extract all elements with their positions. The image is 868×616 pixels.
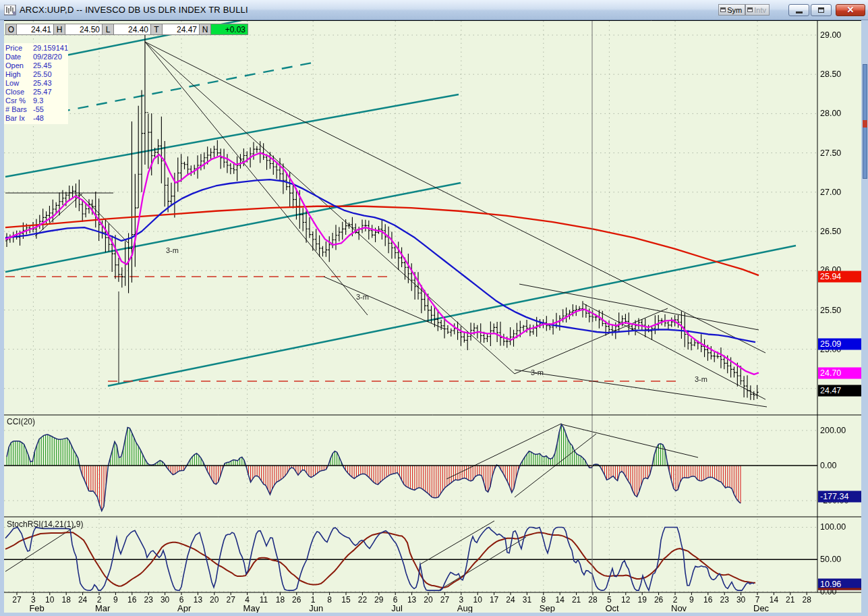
- cursor-info-box: Price29.159141Date09/28/20Open25.45High2…: [4, 43, 68, 124]
- x-tick-label: 10: [473, 595, 482, 605]
- stochrsi-value-tag: 10.96: [818, 579, 863, 590]
- quote-field-value: 24.47: [163, 24, 200, 35]
- x-month-label: Dec: [753, 603, 769, 613]
- intv-icon: [747, 7, 753, 12]
- price-axis-label: 28.50: [820, 69, 841, 79]
- x-month-label: Feb: [29, 603, 44, 613]
- price-tag-24.70: 24.70: [818, 368, 863, 379]
- quote-field-value: +0.03: [211, 24, 248, 35]
- x-tick-label: 20: [424, 595, 432, 605]
- info-row: Low25.43: [5, 79, 68, 88]
- quote-field-label: O: [5, 24, 17, 35]
- price-tag-25.94: 25.94: [818, 271, 863, 283]
- x-tick-label: 23: [144, 595, 153, 605]
- x-tick-label: 30: [736, 595, 745, 605]
- x-month-label: Oct: [605, 603, 618, 613]
- info-row: # Bars-55: [5, 105, 68, 114]
- info-row: High25.50: [5, 70, 68, 79]
- sym-button[interactable]: Sym: [718, 4, 745, 16]
- x-tick-label: 27: [440, 595, 449, 605]
- x-tick-label: 26: [292, 595, 301, 605]
- right-scrollbar-marker: [863, 120, 867, 128]
- quote-field-value: 24.40: [114, 24, 151, 35]
- x-month-label: Jul: [391, 603, 403, 613]
- sym-icon: [720, 7, 726, 12]
- restore-icon: [818, 7, 824, 13]
- x-tick-label: 23: [720, 595, 729, 605]
- price-axis-label: 26.50: [820, 227, 841, 236]
- x-tick-label: 16: [703, 595, 712, 605]
- x-tick-label: 14: [556, 595, 565, 605]
- three-month-annotation: 3-m: [166, 246, 179, 254]
- info-row: Bar Ix-48: [5, 114, 68, 123]
- window-border-left: [0, 20, 4, 616]
- x-tick-label: 13: [407, 595, 416, 605]
- x-tick-label: 24: [506, 595, 515, 605]
- cci-value-tag: -177.34: [818, 491, 863, 503]
- x-tick-label: 8: [327, 595, 332, 605]
- quote-field-label: L: [103, 24, 114, 35]
- x-month-label: Apr: [177, 603, 191, 613]
- x-tick-label: 21: [786, 595, 794, 605]
- restore-button[interactable]: [811, 4, 832, 16]
- three-month-annotation: 3-m: [695, 375, 707, 383]
- x-month-label: Aug: [457, 603, 473, 613]
- info-row: Open25.45: [5, 61, 68, 70]
- info-row: Date09/28/20: [5, 53, 68, 61]
- x-month-label: Mar: [95, 603, 110, 613]
- quote-bar: O24.41H24.50L24.40T24.47N+0.03: [5, 24, 248, 35]
- intv-button[interactable]: Intv: [745, 4, 770, 16]
- stochrsi-axis-label: 50.00: [820, 555, 841, 564]
- three-month-annotation: 3-m: [531, 368, 544, 376]
- x-tick-label: 22: [358, 595, 367, 605]
- x-tick-label: 28: [803, 595, 811, 605]
- cci-panel-label: CCI(20): [7, 417, 35, 426]
- window-title: ARCX:UUP,D -- INVESCO DB US DLR INDEX TR…: [20, 5, 248, 15]
- x-tick-label: 9: [113, 595, 118, 605]
- x-tick-label: 11: [260, 595, 268, 605]
- x-tick-label: 17: [490, 595, 498, 605]
- three-month-annotation: 3-m: [356, 293, 369, 301]
- x-tick-label: 18: [62, 595, 71, 605]
- x-tick-label: 10: [45, 595, 54, 605]
- quote-field-value: 24.50: [65, 24, 103, 35]
- price-axis-label: 25.50: [820, 306, 841, 315]
- chart-canvas[interactable]: [0, 0, 868, 616]
- price-axis-label: 28.00: [820, 109, 841, 118]
- window-border-bottom: [0, 613, 868, 616]
- x-tick-label: 29: [374, 595, 383, 605]
- window-titlebar[interactable]: ARCX:UUP,D -- INVESCO DB US DLR INDEX TR…: [0, 0, 868, 20]
- quote-field-label: N: [200, 24, 211, 35]
- cci-axis-label: 200.00: [820, 426, 846, 435]
- x-tick-label: 18: [276, 595, 285, 605]
- price-axis-label: 27.50: [820, 148, 841, 158]
- price-axis-label: 27.00: [820, 188, 841, 197]
- x-month-label: Sep: [540, 603, 555, 613]
- x-tick-label: 15: [341, 595, 350, 605]
- x-tick-label: 27: [12, 595, 21, 605]
- x-tick-label: 21: [572, 595, 581, 605]
- minimize-button[interactable]: [788, 4, 809, 16]
- price-axis-label: 29.00: [820, 30, 841, 40]
- x-month-label: Jun: [309, 603, 323, 613]
- x-tick-label: 19: [638, 595, 647, 605]
- x-month-label: Nov: [671, 603, 687, 613]
- quote-field-value: 24.41: [17, 24, 54, 35]
- app-icon: [4, 5, 16, 16]
- info-row: Csr %9.3: [5, 96, 68, 105]
- cci-axis-label: 0.00: [820, 461, 836, 470]
- x-tick-label: 16: [127, 595, 136, 605]
- x-tick-label: 28: [588, 595, 597, 605]
- x-tick-label: 13: [194, 595, 202, 605]
- x-tick-label: 26: [654, 595, 663, 605]
- price-tag-25.09: 25.09: [818, 339, 863, 350]
- x-tick-label: 30: [161, 595, 169, 605]
- quote-field-label: H: [54, 24, 65, 35]
- x-tick-label: 14: [770, 595, 778, 605]
- quote-field-label: T: [151, 24, 163, 35]
- x-tick-label: 24: [78, 595, 87, 605]
- x-tick-label: 27: [227, 595, 235, 605]
- info-row: Price29.159141: [5, 44, 68, 53]
- close-button[interactable]: ✕: [836, 4, 865, 16]
- stochrsi-panel-label: StochRSI(14,21(1),9): [7, 520, 83, 529]
